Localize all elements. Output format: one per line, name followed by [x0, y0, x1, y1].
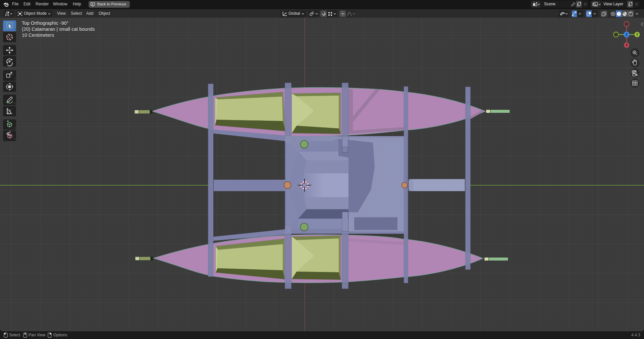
- svg-text:X: X: [626, 43, 628, 47]
- svg-text:Z: Z: [626, 33, 628, 37]
- svg-text:Y: Y: [636, 33, 638, 37]
